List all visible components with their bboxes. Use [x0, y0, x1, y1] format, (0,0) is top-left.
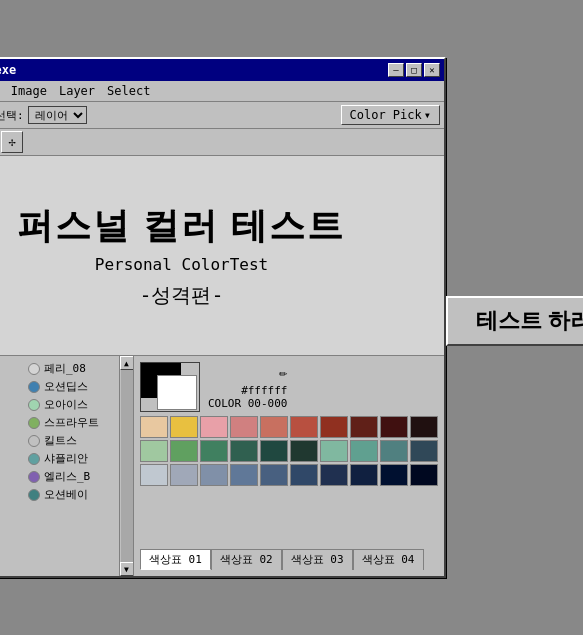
tab-color-03[interactable]: 색상표 03: [282, 549, 353, 570]
color-swatch-5[interactable]: [290, 416, 318, 438]
scroll-bar-vertical: ▲ ▼: [119, 356, 133, 576]
list-item[interactable]: 원플레임: [0, 450, 24, 467]
color-swatch-28[interactable]: [380, 464, 408, 486]
list-item[interactable]: 네이비_P: [0, 432, 24, 449]
list-item[interactable]: 페리_08: [28, 360, 129, 377]
color-swatch-16[interactable]: [320, 440, 348, 462]
close-button[interactable]: ✕: [424, 63, 440, 77]
scroll-up-button[interactable]: ▲: [120, 356, 134, 370]
tab-color-01[interactable]: 색상표 01: [140, 549, 211, 570]
layer-select[interactable]: 레이어: [28, 106, 87, 124]
color-picker-panel: ✏ #ffffff COLOR 00-000 색상표 01 색상표 02 색상표…: [134, 356, 444, 576]
list-item[interactable]: 오아이스: [28, 396, 129, 413]
color-swatch-29[interactable]: [410, 464, 438, 486]
canvas-subtitle: -성격편-: [139, 282, 223, 309]
canvas-area: 퍼스널 컬러 테스트 Personal ColorTest -성격편-: [0, 156, 444, 356]
tabs-row: 색상표 01 색상표 02 색상표 03 색상표 04: [140, 549, 438, 570]
list-item[interactable]: 스위트_P: [0, 414, 24, 431]
list-item[interactable]: 오션베이: [28, 486, 129, 503]
list-item[interactable]: 엘리스_B: [28, 468, 129, 485]
color-swatch-6[interactable]: [320, 416, 348, 438]
minimize-button[interactable]: —: [388, 63, 404, 77]
maximize-button[interactable]: □: [406, 63, 422, 77]
autoselect-label: 자동선택:: [0, 108, 24, 123]
color-swatch-3[interactable]: [230, 416, 258, 438]
list-item[interactable]: 바닐라_I: [0, 396, 24, 413]
main-window: K K-test.exe — □ ✕ File Edit Image Layer…: [0, 57, 446, 578]
color-swatch-25[interactable]: [290, 464, 318, 486]
color-swatch-12[interactable]: [200, 440, 228, 462]
title-buttons: — □ ✕: [388, 63, 440, 77]
canvas-title-en: Personal ColorTest: [95, 255, 268, 274]
tab-color-04[interactable]: 색상표 04: [353, 549, 424, 570]
menu-image[interactable]: Image: [5, 83, 53, 99]
color-swatch-24[interactable]: [260, 464, 288, 486]
title-bar: K K-test.exe — □ ✕: [0, 59, 444, 81]
color-swatch-18[interactable]: [380, 440, 408, 462]
bottom-panel: 캑터스 페리_08 로즈버드 오션딥스 바닐라_I: [0, 356, 444, 576]
color-swatch-grid: [140, 416, 438, 486]
color-swatch-26[interactable]: [320, 464, 348, 486]
color-swatch-23[interactable]: [230, 464, 258, 486]
color-swatch-19[interactable]: [410, 440, 438, 462]
list-item[interactable]: 스프라우트: [28, 414, 129, 431]
color-list: 캑터스 페리_08 로즈버드 오션딥스 바닐라_I: [0, 360, 129, 503]
color-swatch-15[interactable]: [290, 440, 318, 462]
toolbar-1: +▾ 자동선택: 레이어 Color Pick ▾: [0, 102, 444, 129]
scroll-track: [121, 370, 133, 562]
menu-select[interactable]: Select: [101, 83, 156, 99]
hex-value: #ffffff: [241, 384, 287, 397]
toolbar-2: ↖ ⋯ ⌧ ✢: [0, 129, 444, 156]
window-title: K-test.exe: [0, 63, 16, 77]
list-item[interactable]: 오션딥스: [28, 378, 129, 395]
color-preview-row: ✏ #ffffff COLOR 00-000: [140, 362, 438, 412]
color-code: COLOR 00-000: [208, 397, 287, 410]
color-swatch-14[interactable]: [260, 440, 288, 462]
color-swatch-20[interactable]: [140, 464, 168, 486]
bottom-dialog: ✕ 테스트 하러가기: [446, 296, 583, 346]
list-item[interactable]: 다우니: [0, 468, 24, 485]
color-swatch-17[interactable]: [350, 440, 378, 462]
color-swatch-1[interactable]: [170, 416, 198, 438]
color-swatch-0[interactable]: [140, 416, 168, 438]
list-item[interactable]: 샤플리안: [28, 450, 129, 467]
list-item[interactable]: 킬트스: [28, 432, 129, 449]
color-info: ✏ #ffffff COLOR 00-000: [208, 364, 287, 410]
color-swatch-13[interactable]: [230, 440, 258, 462]
color-swatch-2[interactable]: [200, 416, 228, 438]
color-swatch-22[interactable]: [200, 464, 228, 486]
color-swatch-7[interactable]: [350, 416, 378, 438]
color-swatch-11[interactable]: [170, 440, 198, 462]
color-swatch-8[interactable]: [380, 416, 408, 438]
color-preview-box: [140, 362, 200, 412]
list-item[interactable]: 캑터스: [0, 360, 24, 377]
tool-move[interactable]: ✢: [1, 131, 23, 153]
dialog-text[interactable]: 테스트 하러가기: [476, 306, 583, 336]
color-swatch-21[interactable]: [170, 464, 198, 486]
color-list-panel: 캑터스 페리_08 로즈버드 오션딥스 바닐라_I: [0, 356, 134, 576]
list-item[interactable]: 멘달_I: [0, 486, 24, 503]
menu-layer[interactable]: Layer: [53, 83, 101, 99]
list-item[interactable]: 로즈버드: [0, 378, 24, 395]
scroll-down-button[interactable]: ▼: [120, 562, 134, 576]
color-swatch-27[interactable]: [350, 464, 378, 486]
color-swatch-4[interactable]: [260, 416, 288, 438]
canvas-title-ko: 퍼스널 컬러 테스트: [17, 202, 345, 251]
color-pick-button[interactable]: Color Pick ▾: [341, 105, 440, 125]
color-swatch-10[interactable]: [140, 440, 168, 462]
title-bar-left: K K-test.exe: [0, 62, 16, 78]
preview-white: [157, 375, 197, 410]
menu-bar: File Edit Image Layer Select: [0, 81, 444, 102]
tab-color-02[interactable]: 색상표 02: [211, 549, 282, 570]
color-swatch-9[interactable]: [410, 416, 438, 438]
pencil-icon[interactable]: ✏: [279, 364, 287, 380]
